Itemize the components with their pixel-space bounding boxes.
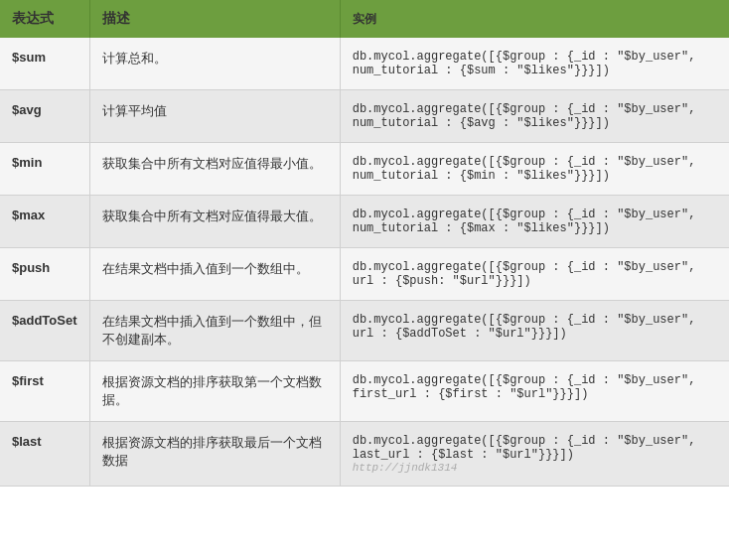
cell-description: 获取集合中所有文档对应值得最小值。 xyxy=(89,143,340,196)
table-row: $min获取集合中所有文档对应值得最小值。db.mycol.aggregate(… xyxy=(0,143,729,196)
table-row: $push在结果文档中插入值到一个数组中。db.mycol.aggregate(… xyxy=(0,248,729,301)
cell-description: 在结果文档中插入值到一个数组中。 xyxy=(89,248,340,301)
example-line: num_tutorial : {$sum : "$likes"}}}]) xyxy=(353,64,717,77)
table-row: $addToSet在结果文档中插入值到一个数组中，但不创建副本。db.mycol… xyxy=(0,301,729,361)
cell-description: 在结果文档中插入值到一个数组中，但不创建副本。 xyxy=(89,301,340,361)
example-line: db.mycol.aggregate([{$group : {_id : "$b… xyxy=(353,260,717,274)
cell-expression: $addToSet xyxy=(0,301,89,361)
cell-expression: $first xyxy=(0,361,89,422)
cell-example: db.mycol.aggregate([{$group : {_id : "$b… xyxy=(340,361,729,422)
table-row: $first根据资源文档的排序获取第一个文档数据。db.mycol.aggreg… xyxy=(0,361,729,422)
cell-description: 根据资源文档的排序获取最后一个文档数据 xyxy=(89,422,340,487)
header-expression: 表达式 xyxy=(0,0,89,38)
cell-expression: $sum xyxy=(0,38,89,90)
cell-expression: $max xyxy=(0,196,89,248)
cell-description: 根据资源文档的排序获取第一个文档数据。 xyxy=(89,361,340,422)
example-line: first_url : {$first : "$url"}}}]) xyxy=(353,387,717,401)
example-line: num_tutorial : {$max : "$likes"}}}]) xyxy=(353,221,717,235)
cell-description: 获取集合中所有文档对应值得最大值。 xyxy=(89,196,340,248)
example-line: db.mycol.aggregate([{$group : {_id : "$b… xyxy=(353,102,717,116)
example-line: num_tutorial : {$avg : "$likes"}}}]) xyxy=(353,116,717,130)
aggregate-operators-table: 表达式 描述 实例 $sum计算总和。db.mycol.aggregate([{… xyxy=(0,0,729,487)
cell-expression: $avg xyxy=(0,90,89,143)
cell-example: db.mycol.aggregate([{$group : {_id : "$b… xyxy=(340,422,729,487)
example-line: db.mycol.aggregate([{$group : {_id : "$b… xyxy=(353,155,717,169)
cell-description: 计算平均值 xyxy=(89,90,340,143)
cell-expression: $push xyxy=(0,248,89,301)
cell-example: db.mycol.aggregate([{$group : {_id : "$b… xyxy=(340,143,729,196)
header-description: 描述 xyxy=(89,0,340,38)
table-header-row: 表达式 描述 实例 xyxy=(0,0,729,38)
cell-expression: $min xyxy=(0,143,89,196)
cell-example: db.mycol.aggregate([{$group : {_id : "$b… xyxy=(340,38,729,90)
table-row: $avg计算平均值db.mycol.aggregate([{$group : {… xyxy=(0,90,729,143)
example-line: num_tutorial : {$min : "$likes"}}}]) xyxy=(353,169,717,183)
cell-expression: $last xyxy=(0,422,89,487)
cell-example: db.mycol.aggregate([{$group : {_id : "$b… xyxy=(340,90,729,143)
example-line: db.mycol.aggregate([{$group : {_id : "$b… xyxy=(353,313,717,327)
example-line: url : {$addToSet : "$url"}}}]) xyxy=(353,327,717,341)
example-line: db.mycol.aggregate([{$group : {_id : "$b… xyxy=(353,208,717,221)
cell-example: db.mycol.aggregate([{$group : {_id : "$b… xyxy=(340,301,729,361)
example-line: db.mycol.aggregate([{$group : {_id : "$b… xyxy=(353,50,717,64)
table-row: $max获取集合中所有文档对应值得最大值。db.mycol.aggregate(… xyxy=(0,196,729,248)
watermark: http://jjndk1314 xyxy=(353,462,717,474)
table-row: $last根据资源文档的排序获取最后一个文档数据db.mycol.aggrega… xyxy=(0,422,729,487)
header-example: 实例 xyxy=(340,0,729,38)
example-line: url : {$push: "$url"}}}]) xyxy=(353,274,717,288)
cell-example: db.mycol.aggregate([{$group : {_id : "$b… xyxy=(340,248,729,301)
example-line: db.mycol.aggregate([{$group : {_id : "$b… xyxy=(353,373,717,387)
example-line: last_url : {$last : "$url"}}}]) xyxy=(353,448,717,462)
cell-description: 计算总和。 xyxy=(89,38,340,90)
example-line: db.mycol.aggregate([{$group : {_id : "$b… xyxy=(353,434,717,448)
cell-example: db.mycol.aggregate([{$group : {_id : "$b… xyxy=(340,196,729,248)
table-row: $sum计算总和。db.mycol.aggregate([{$group : {… xyxy=(0,38,729,90)
